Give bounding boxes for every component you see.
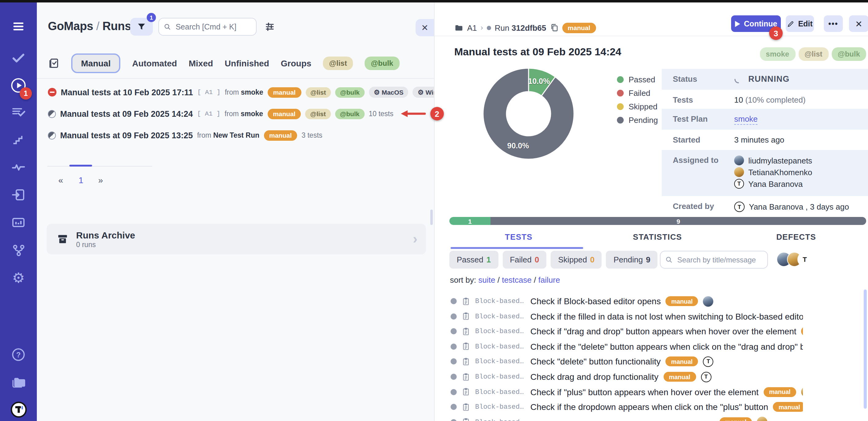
close-panel-button[interactable]: ✕ (415, 19, 434, 36)
test-row-3[interactable]: Block-based…Check if "drag and drop" but… (451, 324, 803, 339)
run-row-2[interactable]: Manual tests at 09 Feb 2025 14:24 [ A1 ]… (48, 106, 444, 121)
copy-icon[interactable] (550, 23, 559, 32)
tests-search-input[interactable] (676, 255, 763, 264)
select-all-icon[interactable] (48, 57, 60, 69)
sort-controls: sort by: suite / testcase / failure (450, 275, 560, 285)
test-row-9[interactable]: Block-based…manual (451, 415, 803, 421)
pagination-page-1[interactable]: 1 (79, 175, 84, 185)
breadcrumb-project[interactable]: GoMaps (48, 20, 93, 33)
annotation-badge-1: 1 (20, 87, 32, 100)
test-status-dot (451, 343, 457, 350)
filter-pending[interactable]: Pending9 (606, 251, 658, 269)
filter-passed[interactable]: Passed1 (450, 251, 498, 269)
badge-smoke: smoke (760, 47, 795, 61)
badge-list: @list (798, 47, 828, 61)
runs-archive-card[interactable]: Runs Archive 0 runs › (46, 224, 426, 254)
spinner-icon (734, 75, 743, 83)
status-value: RUNNING (748, 74, 789, 84)
run-tests-count: 3 tests (302, 132, 322, 139)
more-actions-button[interactable]: ••• (824, 16, 843, 32)
edit-button[interactable]: Edit (786, 16, 814, 32)
left-scrollbar-thumb[interactable] (430, 209, 433, 225)
tab-automated[interactable]: Automated (132, 58, 177, 68)
legend-dot (617, 90, 624, 96)
test-cases-icon[interactable] (0, 49, 37, 66)
test-plans-icon[interactable] (0, 104, 37, 121)
badge-manual: manual (663, 372, 696, 382)
archive-icon (57, 233, 69, 245)
chart-legend: PassedFailedSkippedPending (617, 75, 658, 125)
integrations-icon[interactable] (0, 242, 37, 259)
projects-folder-icon[interactable] (0, 374, 37, 391)
avatar-tlogo: T (734, 179, 744, 189)
tag-filter-list[interactable]: @list (323, 56, 353, 70)
milestones-icon[interactable] (0, 132, 37, 149)
test-row-8[interactable]: Block-based…Check if the dropdown appear… (451, 399, 803, 414)
test-row-7[interactable]: Block-based…Check if "plus" button appea… (451, 385, 803, 399)
tab-groups[interactable]: Groups (281, 58, 312, 68)
test-row-1[interactable]: Block-based…Check if Block-based editor … (451, 294, 803, 309)
pagination-prev[interactable]: « (58, 175, 63, 185)
results-donut-chart: 10.0%90.0% (483, 68, 574, 159)
runs-list-panel: GoMaps/Runs 1 ✕ Manual Automated Mixed U… (37, 2, 434, 421)
settings-gear-icon[interactable]: ⚙ (0, 269, 37, 286)
close-detail-button[interactable]: ✕ (849, 16, 868, 32)
assigned-user: liudmylastepanets (734, 156, 812, 165)
sort-by-suite[interactable]: suite (478, 275, 495, 285)
filter-count-badge: 1 (147, 13, 156, 22)
test-row-6[interactable]: Block-based…Check drag and drop function… (451, 369, 803, 384)
info-row-tests: Tests 10 (10% completed) (662, 90, 868, 109)
tab-unfinished[interactable]: Unfinished (225, 58, 269, 68)
testcase-icon (462, 342, 470, 351)
test-row-5[interactable]: Block-based…Check "delete" button functi… (451, 354, 803, 369)
defects-icon[interactable] (0, 159, 37, 176)
testcase-icon (462, 297, 470, 306)
run-title: Manual tests at 09 Feb 2025 14:24 (454, 46, 621, 58)
crumb-suite[interactable]: A1 (467, 23, 477, 32)
badge-bulk: @bulk (832, 47, 866, 61)
tab-defects[interactable]: DEFECTS (727, 232, 866, 242)
window-top-bar (0, 0, 868, 2)
right-scrollbar-thumb[interactable] (864, 289, 867, 409)
assignee-avatar-stack[interactable]: T (777, 252, 812, 267)
tab-manual[interactable]: Manual (71, 53, 120, 73)
columns-settings-icon[interactable] (263, 20, 276, 33)
sort-by-failure[interactable]: failure (538, 275, 560, 285)
dashboard-icon[interactable] (0, 214, 37, 231)
test-suite: Block-based… (475, 373, 525, 381)
chevron-right-icon: › (480, 23, 483, 32)
test-plan-link[interactable]: smoke (734, 114, 758, 125)
gear-icon: ⚙ (374, 88, 380, 96)
run-row-3[interactable]: Manual tests at 09 Feb 2025 13:25 from N… (48, 128, 322, 143)
pagination-next[interactable]: » (98, 175, 103, 185)
test-row-2[interactable]: Block-based…Check if the filled in data … (451, 309, 803, 324)
info-row-status: Status RUNNING (662, 69, 868, 90)
test-row-4[interactable]: Block-based…Check if the "delete" button… (451, 339, 803, 354)
test-suite: Block-based… (475, 343, 525, 350)
sidebar-user-avatar[interactable] (0, 401, 37, 418)
inbox-icon[interactable] (0, 186, 37, 203)
help-icon[interactable]: ? (0, 346, 37, 363)
filter-skipped[interactable]: Skipped0 (551, 251, 602, 269)
avatar-tlogo: T (701, 371, 711, 382)
avatar-tlogo: T (797, 252, 812, 267)
tag-filter-bulk[interactable]: @bulk (365, 56, 399, 70)
test-status-dot (451, 404, 457, 410)
testcase-icon (462, 418, 470, 421)
breadcrumb-page: Runs (102, 20, 131, 33)
runs-search-input[interactable] (174, 22, 251, 32)
sort-by-testcase[interactable]: testcase (502, 275, 532, 285)
tab-tests[interactable]: TESTS (450, 232, 588, 242)
run-info-table: Status RUNNING Tests 10 (10% completed) … (662, 69, 868, 218)
run-row-1[interactable]: Manual tests at 10 Feb 2025 17:11 [ A1 ]… (48, 85, 488, 100)
testcase-icon (462, 357, 470, 366)
menu-icon[interactable] (0, 18, 37, 35)
test-suite: Block-based… (475, 312, 525, 320)
test-status-dot (451, 328, 457, 334)
filter-failed[interactable]: Failed0 (502, 251, 546, 269)
tab-statistics[interactable]: STATISTICS (588, 232, 727, 242)
legend-dot (617, 76, 624, 83)
test-status-dot (451, 298, 457, 304)
tab-mixed[interactable]: Mixed (189, 58, 213, 68)
svg-text:?: ? (16, 350, 21, 359)
